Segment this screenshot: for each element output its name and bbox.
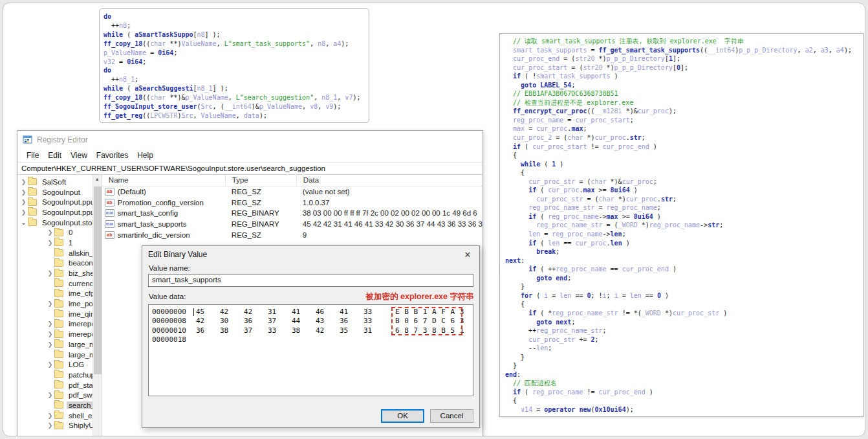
code-line: { bbox=[505, 151, 863, 160]
tree-item-label: allskin_statusiconstatistics bbox=[67, 249, 92, 257]
code-line: ff_copy_18((char **)&p_ValueName, L"sear… bbox=[103, 93, 365, 102]
hex-byte: 36 bbox=[340, 317, 363, 326]
code-line: cur_proc_str = (char *)&cur_proc; bbox=[505, 177, 863, 186]
column-header-name[interactable]: Name bbox=[102, 175, 225, 186]
tree-item-SalSoft[interactable]: ❯SalSoft bbox=[17, 177, 92, 187]
folder-icon bbox=[54, 321, 63, 328]
tree-item-label: large_model bbox=[67, 341, 92, 348]
chevron-right-icon[interactable]: ❯ bbox=[46, 331, 54, 337]
tree-item-search_suggestion[interactable]: search_suggestion bbox=[17, 400, 92, 411]
reg-binary-icon bbox=[105, 209, 114, 217]
tree-item-label: imereportdaily bbox=[67, 320, 92, 328]
menu-item-favorites[interactable]: Favorites bbox=[92, 150, 133, 161]
chevron-right-icon[interactable]: ❯ bbox=[46, 321, 54, 327]
chevron-right-icon[interactable]: ❯ bbox=[46, 240, 54, 246]
reg-sz-icon bbox=[105, 188, 114, 196]
tree-item-large_model[interactable]: ❯large_model bbox=[17, 339, 92, 350]
tree-item-ime_pop_info[interactable]: ❯ime_pop_info bbox=[17, 298, 92, 309]
hex-byte: 33 bbox=[268, 326, 292, 335]
value-row-smart_task_config[interactable]: smart_task_configREG_BINARY38 03 00 00 f… bbox=[102, 208, 483, 219]
tree-scrollbar[interactable]: ▲ bbox=[92, 175, 102, 436]
chevron-right-icon[interactable]: ❯ bbox=[19, 209, 28, 216]
code-line: cur_proc_end = (str20 *)p_p_p_Directory[… bbox=[505, 54, 863, 63]
code-line: while ( 1 ) bbox=[505, 160, 863, 169]
decompiler-snippet-right: // 读取 smart_task_supports 注册表, 获取到 explo… bbox=[499, 33, 863, 417]
cancel-button[interactable]: Cancel bbox=[430, 409, 473, 423]
chevron-right-icon[interactable]: ❯ bbox=[19, 179, 28, 185]
tree-item-0[interactable]: ❯0 bbox=[17, 227, 92, 238]
value-row-smart_task_supports[interactable]: smart_task_supportsREG_BINARY45 42 42 31… bbox=[102, 219, 483, 230]
regedit-menubar: FileEditViewFavoritesHelp bbox=[17, 148, 483, 162]
chevron-right-icon[interactable]: ❯ bbox=[46, 300, 54, 307]
value-name-input[interactable]: smart_task_supports bbox=[148, 274, 473, 287]
tree-item-SogouInput.store.user[interactable]: ⌄SogouInput.store.user bbox=[17, 218, 92, 228]
tree-item-pdf_statistics[interactable]: pdf_statistics bbox=[17, 380, 92, 390]
tree-item-SogouInput.ppup[interactable]: ❯SogouInput.ppup bbox=[17, 197, 92, 207]
chevron-right-icon[interactable]: ❯ bbox=[46, 341, 54, 348]
hex-editor[interactable]: 000000004542423141464133E B B 1 A F A 30… bbox=[148, 304, 473, 396]
tree-item-imereportrealtime[interactable]: ❯imereportrealtime bbox=[17, 329, 92, 339]
address-bar[interactable]: Computer\HKEY_CURRENT_USER\SOFTWARE\Sogo… bbox=[17, 162, 483, 175]
code-line: cur_proc_str += 2; bbox=[505, 335, 863, 344]
tree-item-allskin_statusiconstatistics[interactable]: allskin_statusiconstatistics bbox=[17, 248, 92, 258]
folder-icon bbox=[54, 300, 63, 308]
tree-item-1[interactable]: ❯1 bbox=[17, 238, 92, 248]
regedit-titlebar[interactable]: Registry Editor bbox=[17, 131, 483, 148]
hex-row[interactable]: 00000018 bbox=[149, 335, 473, 344]
hex-byte: 30 bbox=[220, 317, 244, 326]
tree-item-biz_shellext[interactable]: ❯biz_shellext bbox=[17, 268, 92, 278]
chevron-right-icon[interactable]: ❯ bbox=[46, 229, 54, 236]
chevron-right-icon[interactable]: ❯ bbox=[46, 361, 54, 368]
chevron-right-icon[interactable]: ❯ bbox=[46, 422, 54, 429]
tree-item-LOG[interactable]: ❯LOG bbox=[17, 359, 92, 370]
tree-item-label: imereportrealtime bbox=[67, 330, 92, 338]
value-row-Promotion_config_version[interactable]: Promotion_config_versionREG_SZ1.0.0.37 bbox=[102, 197, 483, 208]
reg-sz-icon bbox=[105, 199, 114, 207]
menu-item-edit[interactable]: Edit bbox=[43, 150, 66, 161]
tree-item-patchupgrade[interactable]: patchupgrade bbox=[17, 370, 92, 380]
tree-item-beacon_main_switch[interactable]: beacon_main_switch bbox=[17, 258, 92, 269]
chevron-right-icon[interactable]: ❯ bbox=[19, 189, 28, 196]
tree-item-ShiplyUpdate[interactable]: ❯ShiplyUpdate bbox=[17, 421, 92, 431]
code-line: next: bbox=[505, 256, 863, 265]
code-line: v14 = operator new(0x10ui64); bbox=[505, 405, 863, 414]
tree-item-label: ime_pop_info bbox=[67, 300, 92, 308]
chevron-down-icon[interactable]: ⌄ bbox=[19, 219, 28, 226]
chevron-right-icon[interactable]: ❯ bbox=[19, 199, 28, 205]
dialog-titlebar[interactable]: Edit Binary Value ✕ bbox=[142, 246, 479, 263]
tree-item-imereportdaily[interactable]: ❯imereportdaily bbox=[17, 319, 92, 330]
code-line: } bbox=[505, 282, 863, 291]
tree-item-ime_qimei[interactable]: ime_qimei bbox=[17, 309, 92, 319]
menu-item-help[interactable]: Help bbox=[133, 150, 158, 161]
hex-byte: 35 bbox=[340, 326, 363, 335]
tree-item-SogouInput.ppup.user[interactable]: ❯SogouInput.ppup.user bbox=[17, 207, 92, 218]
decompiler-snippet-top: do ++n8;while ( aSmartTaskSuppo[n8] );ff… bbox=[99, 8, 369, 123]
chevron-right-icon[interactable]: ❯ bbox=[46, 392, 54, 398]
edit-binary-dialog: Edit Binary Value ✕ Value name: smart_ta… bbox=[142, 245, 480, 428]
column-header-data[interactable]: Data bbox=[296, 175, 483, 186]
chevron-right-icon[interactable]: ❯ bbox=[46, 412, 54, 419]
code-line: ++reg_proc_name_str; bbox=[505, 326, 863, 335]
scroll-up-icon[interactable]: ▲ bbox=[93, 175, 102, 184]
tree-item-currency_tip[interactable]: currency_tip bbox=[17, 278, 92, 289]
tree-item-SogouInput[interactable]: ❯SogouInput bbox=[17, 187, 92, 197]
value-data: 1.0.0.37 bbox=[296, 199, 483, 207]
code-line: end: bbox=[505, 370, 863, 379]
scrollbar-thumb[interactable] bbox=[94, 186, 102, 374]
column-header-type[interactable]: Type bbox=[225, 175, 296, 186]
tree-item-large_model_scene[interactable]: large_model_scene bbox=[17, 350, 92, 360]
ok-button[interactable]: OK bbox=[381, 409, 424, 423]
tree-item-shell_ext[interactable]: ❯shell_ext bbox=[17, 411, 92, 421]
tree-item-pdf_switch[interactable]: ❯pdf_switch bbox=[17, 390, 92, 400]
menu-item-view[interactable]: View bbox=[66, 150, 92, 161]
code-line: if ( cur_proc.max >= 8ui64 ) bbox=[505, 186, 863, 195]
value-row-smartinfo_dic_version[interactable]: smartinfo_dic_versionREG_SZ9 bbox=[102, 229, 483, 240]
value-data: 9 bbox=[296, 231, 483, 239]
tree-item-ime_cfg_shiply[interactable]: ime_cfg_shiply bbox=[17, 289, 92, 299]
chevron-right-icon[interactable]: ❯ bbox=[46, 270, 54, 276]
close-icon[interactable]: ✕ bbox=[462, 250, 473, 260]
code-line: do bbox=[103, 12, 365, 21]
code-line: if ( cur_proc_start != cur_proc_end ) bbox=[505, 142, 863, 152]
value-row-(Default)[interactable]: (Default)REG_SZ(value not set) bbox=[102, 186, 483, 197]
menu-item-file[interactable]: File bbox=[22, 150, 43, 161]
